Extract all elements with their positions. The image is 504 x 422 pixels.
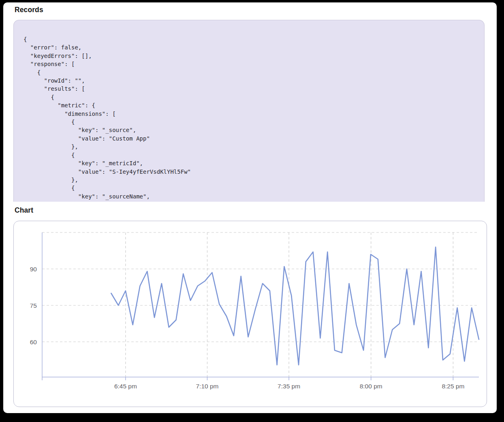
chart-section-title: Chart (15, 206, 33, 215)
records-json-panel[interactable]: { "error": false, "keyedErrors": [], "re… (13, 20, 485, 202)
chart-panel: 6:45 pm7:10 pm7:35 pm8:00 pm8:25 pm90756… (13, 221, 487, 407)
x-tick-label: 6:45 pm (114, 383, 137, 390)
y-tick-label: 60 (30, 339, 37, 345)
records-json-code: { "error": false, "keyedErrors": [], "re… (14, 20, 484, 200)
x-tick-label: 7:35 pm (278, 383, 300, 390)
line-chart-svg[interactable]: 6:45 pm7:10 pm7:35 pm8:00 pm8:25 pm90756… (14, 221, 486, 406)
records-section-title: Records (15, 6, 43, 14)
y-tick-label: 90 (30, 266, 37, 273)
chart-series-line (111, 247, 479, 365)
x-tick-label: 8:25 pm (442, 383, 464, 390)
x-tick-label: 8:00 pm (360, 383, 382, 390)
y-tick-label: 75 (30, 302, 37, 309)
x-tick-label: 7:10 pm (196, 383, 218, 390)
app-window: Records { "error": false, "keyedErrors":… (3, 2, 497, 413)
